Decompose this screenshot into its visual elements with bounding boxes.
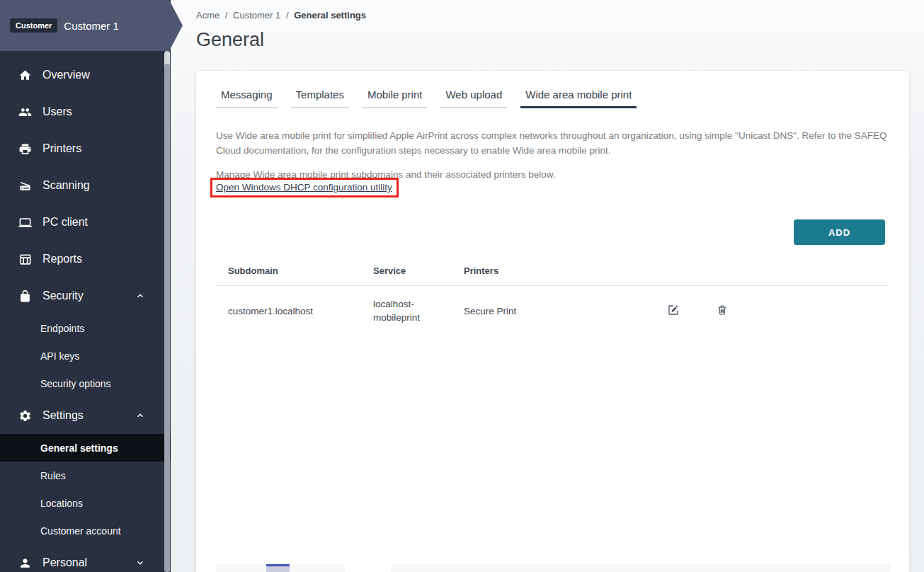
sidebar-item-scanning[interactable]: Scanning <box>0 167 165 204</box>
sidebar-item-customer-account[interactable]: Customer account <box>0 517 165 544</box>
column-header-service: Service <box>373 265 464 276</box>
sidebar-sub-label: Customer account <box>40 525 121 537</box>
cutoff-pagination-strip <box>216 564 890 572</box>
sidebar-nav: Overview Users Printers Scanning PC clie… <box>0 51 165 572</box>
breadcrumb-general-settings: General settings <box>294 10 366 21</box>
intro-text: Use Wide area mobile print for simplifie… <box>216 128 889 158</box>
cell-printers: Secure Print <box>464 306 666 316</box>
sidebar-item-label: Scanning <box>42 179 90 192</box>
sidebar-sub-label: General settings <box>40 442 118 454</box>
sidebar-item-printers[interactable]: Printers <box>0 130 165 167</box>
annotated-link-row: Open Windows DHCP configuration utility <box>216 179 889 198</box>
sidebar-item-users[interactable]: Users <box>0 93 165 130</box>
sidebar-item-label: Security <box>42 290 84 302</box>
printer-icon <box>18 142 32 156</box>
sidebar-item-general-settings[interactable]: General settings <box>0 434 171 462</box>
scanner-icon <box>18 178 32 193</box>
sidebar-item-locations[interactable]: Locations <box>0 489 165 517</box>
sidebar-sub-label: Rules <box>40 470 66 481</box>
cell-service: localhost-mobileprint <box>373 297 452 324</box>
sidebar-sub-label: API keys <box>40 350 79 362</box>
sidebar-item-label: Overview <box>42 69 90 81</box>
cell-subdomain: customer1.localhost <box>228 306 373 316</box>
table-row: customer1.localhost localhost-mobileprin… <box>216 286 889 336</box>
sidebar-sub-label: Endpoints <box>40 323 84 334</box>
settings-card: Messaging Templates Mobile print Web upl… <box>196 71 909 572</box>
breadcrumb-separator: / <box>222 10 230 21</box>
tab-templates[interactable]: Templates <box>291 88 349 108</box>
tab-bar: Messaging Templates Mobile print Web upl… <box>216 88 889 108</box>
sidebar-item-personal[interactable]: Personal <box>0 544 165 572</box>
button-row: ADD <box>216 219 889 245</box>
home-icon <box>18 68 32 82</box>
breadcrumb: Acme / Customer 1 / General settings <box>196 10 366 21</box>
sidebar-item-label: Users <box>42 105 72 118</box>
customer-header: Customer Customer 1 <box>0 0 184 51</box>
add-button[interactable]: ADD <box>794 219 885 245</box>
sidebar-item-security[interactable]: Security <box>0 278 165 314</box>
reports-icon <box>18 252 32 266</box>
sidebar-item-label: Personal <box>42 556 87 569</box>
sidebar-item-reports[interactable]: Reports <box>0 241 165 278</box>
chevron-down-icon <box>135 558 145 568</box>
sidebar: Customer Customer 1 Overview Users Print… <box>0 0 171 572</box>
column-header-printers: Printers <box>464 265 666 276</box>
person-icon <box>18 556 32 570</box>
breadcrumb-separator: / <box>283 10 291 21</box>
sidebar-item-label: PC client <box>42 216 88 229</box>
sidebar-item-label: Reports <box>42 253 82 265</box>
sidebar-item-rules[interactable]: Rules <box>0 462 165 489</box>
breadcrumb-acme[interactable]: Acme <box>196 10 219 21</box>
breadcrumb-customer-1[interactable]: Customer 1 <box>233 10 280 21</box>
cutoff-selected-item <box>266 564 290 572</box>
edit-button[interactable] <box>666 304 680 318</box>
sidebar-item-overview[interactable]: Overview <box>0 57 165 93</box>
sidebar-item-pc-client[interactable]: PC client <box>0 204 165 241</box>
tab-messaging[interactable]: Messaging <box>216 88 278 108</box>
sidebar-item-api-keys[interactable]: API keys <box>0 342 165 370</box>
cutoff-white-gap <box>345 564 391 572</box>
trash-icon <box>716 308 729 319</box>
main-content: Acme / Customer 1 / General settings Gen… <box>171 0 924 572</box>
lock-icon <box>18 289 32 303</box>
chevron-up-icon <box>135 291 145 301</box>
table-header-row: Subdomain Service Printers <box>216 259 889 286</box>
subdomains-table: Subdomain Service Printers customer1.loc… <box>216 259 889 336</box>
sidebar-item-endpoints[interactable]: Endpoints <box>0 314 165 342</box>
sidebar-item-label: Settings <box>42 409 84 422</box>
gear-icon <box>18 408 32 423</box>
chevron-up-icon <box>135 411 145 421</box>
customer-name: Customer 1 <box>64 20 119 32</box>
sidebar-sub-label: Security options <box>40 378 111 389</box>
monitor-icon <box>18 215 32 229</box>
red-annotation-box: Open Windows DHCP configuration utility <box>210 178 399 198</box>
sidebar-item-label: Printers <box>42 142 81 155</box>
sidebar-item-settings[interactable]: Settings <box>0 397 165 434</box>
sidebar-sub-label: Locations <box>40 498 83 509</box>
edit-icon <box>667 308 680 319</box>
sidebar-item-security-options[interactable]: Security options <box>0 370 165 397</box>
customer-badge: Customer <box>10 18 57 33</box>
delete-button[interactable] <box>715 304 729 318</box>
tab-wide-area-mobile-print[interactable]: Wide area mobile print <box>520 88 637 108</box>
sidebar-scrollbar-thumb[interactable] <box>164 64 170 572</box>
column-header-subdomain: Subdomain <box>228 265 373 276</box>
users-icon <box>18 105 32 119</box>
page-title: General <box>196 29 264 51</box>
tab-mobile-print[interactable]: Mobile print <box>363 88 428 108</box>
tab-web-upload[interactable]: Web upload <box>440 88 507 108</box>
dhcp-utility-link[interactable]: Open Windows DHCP configuration utility <box>216 182 392 193</box>
